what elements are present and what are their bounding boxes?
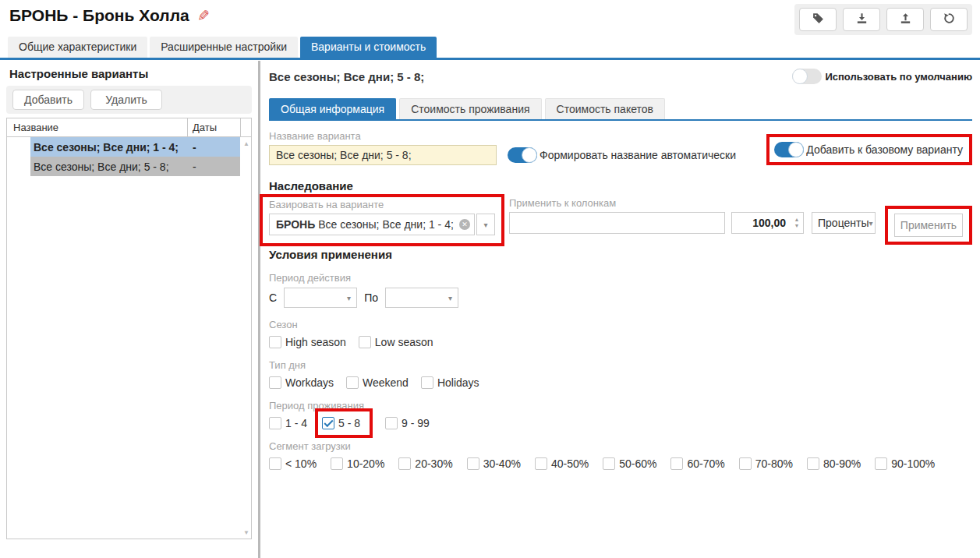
history-button[interactable] xyxy=(930,8,968,31)
upload-button[interactable] xyxy=(886,8,924,31)
auto-name-toggle-group: Формировать название автоматически xyxy=(508,147,736,163)
base-variant-value[interactable]: БРОНЬ Все сезоны; Все дни; 1 - 4; ✕ xyxy=(269,214,475,235)
checkbox-icon[interactable] xyxy=(331,457,343,470)
tab-variants[interactable]: Варианты и стоимость xyxy=(300,37,437,58)
checkbox-label: Workdays xyxy=(285,376,334,389)
apply-to-columns-input[interactable] xyxy=(509,212,725,234)
checkbox-icon[interactable] xyxy=(670,457,683,470)
stepper-down-icon[interactable]: ▼ xyxy=(794,223,800,229)
tab-advanced-label: Расширенные настройки xyxy=(161,41,287,53)
checkbox-load-6[interactable]: 60-70% xyxy=(670,457,724,470)
period-from-select[interactable]: ▾ xyxy=(284,288,357,308)
checkbox-label: Weekend xyxy=(363,376,409,389)
amount-stepper[interactable]: 100,00 ▲▼ xyxy=(731,212,805,234)
checkbox-load-9[interactable]: 90-100% xyxy=(875,457,935,470)
checkbox-icon-checked[interactable] xyxy=(322,417,334,429)
delete-variant-button[interactable]: Удалить xyxy=(90,90,162,110)
checkbox-icon[interactable] xyxy=(269,457,281,470)
stepper-arrows[interactable]: ▲▼ xyxy=(791,217,803,229)
variant-name-label: Название варианта xyxy=(269,130,497,142)
subtab-general-info[interactable]: Общая информация xyxy=(269,98,396,119)
checkbox-load-3[interactable]: 30-40% xyxy=(467,457,521,470)
base-variant-dropdown-button[interactable]: ▾ xyxy=(476,214,495,235)
add-to-base-toggle[interactable] xyxy=(774,142,804,157)
checkbox-icon[interactable] xyxy=(398,457,411,470)
checkbox-load-1[interactable]: 10-20% xyxy=(331,457,384,470)
unit-select[interactable]: Проценты ▾ xyxy=(812,212,876,234)
scroll-down-icon[interactable]: ▼ xyxy=(243,529,249,536)
checkbox-label: 30-40% xyxy=(483,457,521,470)
chevron-down-icon: ▾ xyxy=(347,294,351,302)
row-name-cell: Все сезоны; Все дни; 1 - 4; xyxy=(30,139,187,156)
tab-variants-label: Варианты и стоимость xyxy=(311,41,426,53)
checkbox-icon[interactable] xyxy=(467,457,479,470)
edit-pencil-icon[interactable]: ✎ xyxy=(197,7,210,25)
tab-advanced[interactable]: Расширенные настройки xyxy=(150,37,298,58)
row-gutter xyxy=(7,157,30,176)
checkbox-load-4[interactable]: 40-50% xyxy=(535,457,589,470)
checkbox-icon[interactable] xyxy=(875,457,887,470)
checkbox-holidays[interactable]: Holidays xyxy=(421,376,479,389)
checkbox-icon[interactable] xyxy=(269,376,281,389)
scroll-up-icon[interactable]: ▲ xyxy=(243,140,249,147)
checkbox-icon[interactable] xyxy=(739,457,752,470)
toggle-knob xyxy=(522,147,537,163)
checkbox-icon[interactable] xyxy=(535,457,547,470)
checkbox-load-5[interactable]: 50-60% xyxy=(603,457,656,470)
use-default-toggle-group: Использовать по умолчанию xyxy=(792,69,972,84)
checkbox-label: < 10% xyxy=(285,457,317,470)
base-variant-label: Базировать на варианте xyxy=(269,199,495,210)
sidebar-toolbar: Добавить Удалить xyxy=(6,86,252,114)
checkbox-workdays[interactable]: Workdays xyxy=(269,376,334,389)
row-dates-cell: - xyxy=(187,158,240,175)
checkbox-high-season[interactable]: High season xyxy=(269,336,346,348)
variant-subtabs: Общая информация Стоимость проживания Ст… xyxy=(269,98,972,121)
apply-button-annotation-box: Применить xyxy=(885,206,972,245)
checkbox-label: Low season xyxy=(375,336,433,348)
checkbox-label: 9 - 99 xyxy=(402,417,430,429)
add-variant-button[interactable]: Добавить xyxy=(12,90,84,110)
main-tabs: Общие характеристики Расширенные настрой… xyxy=(0,37,980,60)
stepper-up-icon[interactable]: ▲ xyxy=(794,217,800,223)
tab-general[interactable]: Общие характеристики xyxy=(8,37,147,58)
subtab-lodging-cost-label: Стоимость проживания xyxy=(411,103,529,115)
table-row-variant-1[interactable]: Все сезоны; Все дни; 1 - 4; - xyxy=(7,137,251,157)
column-header-dates[interactable]: Даты xyxy=(187,118,240,136)
table-row-variant-2[interactable]: Все сезоны; Все дни; 5 - 8; - xyxy=(7,157,251,176)
checkbox-icon[interactable] xyxy=(421,376,433,389)
subtab-lodging-cost[interactable]: Стоимость проживания xyxy=(399,98,541,119)
add-to-base-annotation-box: Добавить к базовому варианту xyxy=(766,134,972,165)
checkbox-low-season[interactable]: Low season xyxy=(359,336,433,348)
scrollbar-track[interactable] xyxy=(240,157,251,176)
download-button[interactable] xyxy=(843,8,880,31)
tags-button[interactable] xyxy=(799,8,837,31)
checkbox-icon[interactable] xyxy=(603,457,615,470)
tag-icon xyxy=(812,12,825,28)
checkbox-load-0[interactable]: < 10% xyxy=(269,457,317,470)
load-segment-label: Сегмент загрузки xyxy=(269,440,972,452)
clear-icon[interactable]: ✕ xyxy=(459,219,470,230)
checkbox-icon[interactable] xyxy=(269,336,281,348)
checkbox-load-2[interactable]: 20-30% xyxy=(398,457,452,470)
checkbox-weekend[interactable]: Weekend xyxy=(346,376,409,389)
checkbox-icon[interactable] xyxy=(807,457,819,470)
checkbox-icon[interactable] xyxy=(359,336,371,348)
auto-name-label: Формировать название автоматически xyxy=(540,149,736,161)
checkbox-stay-9-99[interactable]: 9 - 99 xyxy=(385,417,430,429)
checkbox-icon[interactable] xyxy=(346,376,359,389)
apply-button[interactable]: Применить xyxy=(894,214,963,237)
auto-name-toggle[interactable] xyxy=(508,147,537,163)
checkbox-load-7[interactable]: 70-80% xyxy=(739,457,793,470)
variant-name-input[interactable]: Все сезоны; Все дни; 5 - 8; xyxy=(269,145,497,165)
upload-icon xyxy=(899,12,912,28)
checkbox-stay-1-4[interactable]: 1 - 4 xyxy=(269,417,307,429)
column-header-name[interactable]: Название xyxy=(7,118,187,136)
checkbox-icon[interactable] xyxy=(269,417,281,429)
period-to-select[interactable]: ▾ xyxy=(385,288,458,308)
use-default-toggle[interactable] xyxy=(792,69,822,84)
checkbox-label: Holidays xyxy=(437,376,479,389)
checkbox-load-8[interactable]: 80-90% xyxy=(807,457,861,470)
subtab-package-cost[interactable]: Стоимость пакетов xyxy=(545,98,665,119)
checkbox-icon[interactable] xyxy=(385,417,398,429)
row-dates-cell: - xyxy=(187,139,240,156)
